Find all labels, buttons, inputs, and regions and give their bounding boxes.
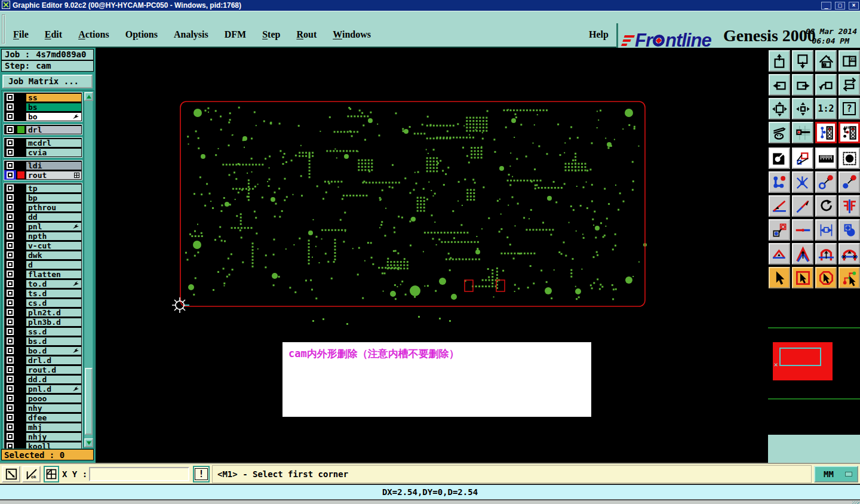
pan-right-button[interactable] xyxy=(792,74,813,96)
layer-row-bs[interactable]: bs xyxy=(4,102,82,112)
menu-dfm[interactable]: DFM xyxy=(225,29,246,40)
layer-row-pthrou[interactable]: pthrou xyxy=(4,202,82,212)
layer-checkbox-rout.d[interactable] xyxy=(7,366,14,373)
highlight-layers-alt-button[interactable] xyxy=(838,122,860,143)
layer-color-chip[interactable] xyxy=(16,308,26,317)
layer-row-ss[interactable]: ss xyxy=(4,93,82,102)
copy-to-layer-button[interactable] xyxy=(769,147,790,169)
layer-color-chip[interactable] xyxy=(16,125,26,134)
pan-center-button[interactable] xyxy=(792,98,813,119)
toolbar-gripper[interactable] xyxy=(2,14,5,44)
layer-row-pln3b.d[interactable]: pln3b.d xyxy=(4,317,82,327)
menu-edit[interactable]: Edit xyxy=(45,29,62,40)
job-matrix-button[interactable]: Job Matrix ... xyxy=(2,75,93,88)
layer-checkbox-pln3b.d[interactable] xyxy=(7,318,14,325)
layer-row-nhjy[interactable]: nhjy xyxy=(4,432,82,441)
reshape-button[interactable] xyxy=(792,147,813,169)
arc-small-button[interactable] xyxy=(769,243,790,265)
menu-step[interactable]: Step xyxy=(262,29,280,40)
select-cursor-button[interactable] xyxy=(769,267,790,288)
layer-color-chip[interactable] xyxy=(16,231,26,241)
layer-color-chip[interactable] xyxy=(16,193,26,202)
layer-row-ts.d[interactable]: ts.d xyxy=(4,288,82,298)
zoom-in-view-button[interactable] xyxy=(769,50,790,72)
menu-windows[interactable]: Windows xyxy=(333,29,371,40)
layer-color-chip[interactable] xyxy=(16,279,26,288)
layer-checkbox-kooll[interactable] xyxy=(7,442,14,449)
close-button[interactable]: × xyxy=(849,2,859,10)
swap-pads-button[interactable] xyxy=(838,219,860,241)
layer-row-bs.d[interactable]: bs.d xyxy=(4,336,82,346)
menu-rout[interactable]: Rout xyxy=(296,29,317,40)
layer-row-kooll[interactable]: kooll xyxy=(4,441,82,449)
layer-color-chip[interactable] xyxy=(16,394,26,403)
grid-window-button[interactable] xyxy=(44,466,59,483)
units-dropdown[interactable]: MM xyxy=(814,466,858,483)
layer-color-chip[interactable] xyxy=(16,222,26,231)
layer-row-drl.d[interactable]: drl.d xyxy=(4,355,82,365)
scroll-thumb[interactable] xyxy=(85,368,93,435)
layer-color-chip[interactable] xyxy=(16,112,26,121)
layer-checkbox-to.d[interactable] xyxy=(7,280,14,287)
resize-corner-button[interactable] xyxy=(2,466,20,483)
layer-checkbox-bs[interactable] xyxy=(7,103,14,110)
rotate-button[interactable] xyxy=(815,195,837,217)
window-xy-button[interactable]: XY xyxy=(838,50,860,72)
layer-row-ldi[interactable]: ldi xyxy=(4,161,82,170)
layer-checkbox-tp[interactable] xyxy=(7,185,14,192)
layer-row-dd.d[interactable]: dd.d xyxy=(4,374,82,384)
layer-row-to.d[interactable]: to.d xyxy=(4,279,82,288)
layer-checkbox-pnl.d[interactable] xyxy=(7,385,14,392)
layer-checkbox-pthrou[interactable] xyxy=(7,204,14,211)
layer-color-chip[interactable] xyxy=(16,374,26,384)
copy-pad-button[interactable] xyxy=(769,219,790,241)
line-draw-button[interactable] xyxy=(792,195,813,217)
layer-color-chip[interactable] xyxy=(16,384,26,394)
xy-input[interactable] xyxy=(89,467,189,481)
layer-color-chip[interactable] xyxy=(16,288,26,298)
layer-row-bo[interactable]: bo xyxy=(4,112,82,121)
layer-checkbox-nhjy[interactable] xyxy=(7,433,14,440)
scroll-up-icon[interactable] xyxy=(84,92,93,101)
arch-button[interactable] xyxy=(815,243,837,265)
layer-checkbox-bs.d[interactable] xyxy=(7,337,14,345)
layer-checkbox-nhy[interactable] xyxy=(7,404,14,411)
layer-checkbox-dwk[interactable] xyxy=(7,251,14,259)
layer-checkbox-bo[interactable] xyxy=(7,113,14,120)
layer-color-chip[interactable] xyxy=(16,202,26,212)
angle-measure-button[interactable] xyxy=(769,195,790,217)
layer-row-pooo[interactable]: pooo xyxy=(4,394,82,403)
layer-checkbox-rout[interactable] xyxy=(7,171,14,179)
previous-view-button[interactable] xyxy=(815,74,837,96)
help-tool-button[interactable]: ? xyxy=(838,98,860,119)
layer-checkbox-drl.d[interactable] xyxy=(7,357,14,364)
zoom-fit-button[interactable] xyxy=(769,98,790,119)
menu-analysis[interactable]: Analysis xyxy=(174,29,208,40)
menu-file[interactable]: File xyxy=(13,29,29,40)
layer-checkbox-pln2t.d[interactable] xyxy=(7,309,14,316)
layer-row-mcdrl[interactable]: mcdrl xyxy=(4,138,82,147)
layer-color-chip[interactable] xyxy=(16,269,26,279)
ruler-measure-button[interactable] xyxy=(815,147,837,169)
layer-row-dfee[interactable]: dfee xyxy=(4,413,82,422)
layer-row-drl[interactable]: drl xyxy=(4,125,82,134)
layer-row-cvia[interactable]: cvia xyxy=(4,147,82,157)
menu-help[interactable]: Help xyxy=(589,29,609,40)
layer-color-chip[interactable] xyxy=(16,403,26,413)
select-pad-button[interactable] xyxy=(838,147,860,169)
layer-row-rout.d[interactable]: rout.d xyxy=(4,365,82,374)
layer-color-chip[interactable] xyxy=(16,365,26,374)
layer-row-pnl[interactable]: pnl xyxy=(4,222,82,231)
layer-row-d[interactable]: d xyxy=(4,260,82,269)
layer-row-flatten[interactable]: flatten xyxy=(4,269,82,279)
layer-color-chip[interactable] xyxy=(16,441,26,449)
pan-left-button[interactable] xyxy=(769,74,790,96)
layer-row-pnl.d[interactable]: pnl.d xyxy=(4,384,82,394)
zoom-out-view-button[interactable] xyxy=(792,50,813,72)
measure-ok-button[interactable]: ok xyxy=(22,466,41,483)
layer-row-v-cut[interactable]: v-cut xyxy=(4,241,82,250)
layer-row-dwk[interactable]: dwk xyxy=(4,250,82,260)
layer-color-chip[interactable] xyxy=(16,147,26,157)
layer-row-mhj[interactable]: mhj xyxy=(4,422,82,432)
layer-color-chip[interactable] xyxy=(16,161,26,170)
